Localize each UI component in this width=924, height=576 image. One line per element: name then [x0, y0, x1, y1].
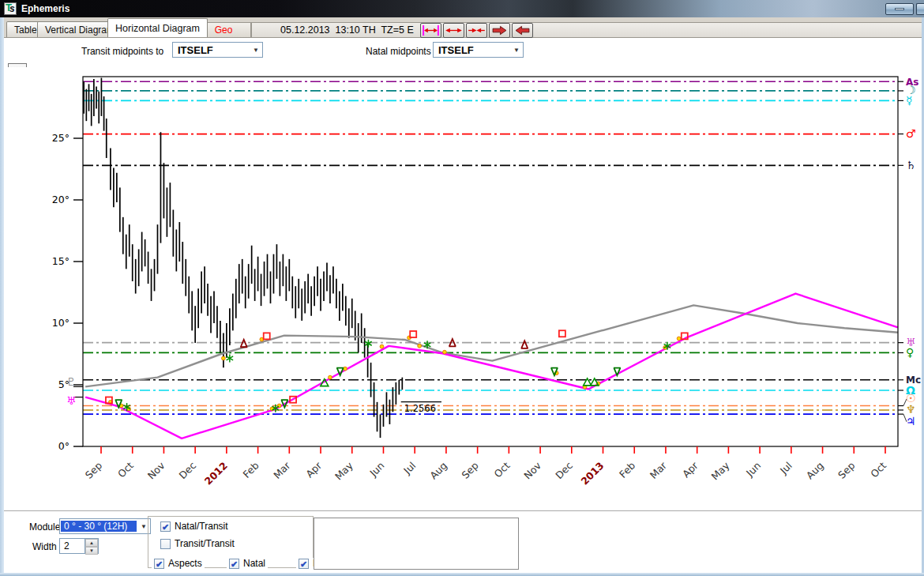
tab-label: Horizontal Diagram — [115, 23, 200, 34]
svg-text:Jun: Jun — [743, 460, 763, 480]
natal-saturn-glyph: ♄ — [906, 159, 916, 171]
natal-mercury-glyph: ☿ — [906, 94, 913, 107]
svg-text:Dec: Dec — [553, 459, 575, 481]
chevron-down-icon: ▼ — [250, 47, 262, 54]
back-arrow-icon — [513, 24, 531, 36]
transit-uranus-glyph: ♅ — [66, 394, 77, 407]
ephemeris-chart: As☽☿♂♄♅♀McΩ☉♆♃1.2566♇♅0°5°10°15°20°25°Se… — [0, 67, 924, 510]
svg-text:15°: 15° — [52, 255, 69, 267]
module-value: 0 ° - 30 ° (12H) — [61, 521, 137, 532]
module-label: Module — [29, 521, 60, 533]
svg-text:Oct: Oct — [492, 459, 513, 480]
svg-text:Nov: Nov — [521, 459, 543, 481]
svg-text:Sep: Sep — [83, 459, 104, 480]
stepper-buttons[interactable]: ▲ ▼ — [85, 539, 98, 553]
full-range-arrow-icon — [422, 24, 440, 36]
window-title: Ephemeris — [21, 3, 69, 14]
info-box — [314, 518, 519, 570]
svg-text:Dec: Dec — [177, 459, 199, 481]
shrink-range-arrow-icon — [468, 24, 486, 36]
svg-text:Feb: Feb — [617, 459, 637, 480]
svg-text:Jul: Jul — [777, 460, 794, 477]
checkbox-natal-transit[interactable]: ✔ Natal/Transit — [160, 521, 228, 532]
checkbox-box[interactable]: ✔ — [299, 559, 309, 569]
svg-text:Jul: Jul — [400, 460, 418, 477]
svg-text:Sep: Sep — [836, 459, 857, 480]
svg-text:Mar: Mar — [271, 459, 293, 481]
natal-midpoints-select[interactable]: ITSELF ▼ — [433, 42, 524, 58]
tab-strip: Table Vertical Diagram Horizontal Diagra… — [0, 17, 924, 38]
expand-range-arrow-icon — [445, 24, 463, 36]
svg-text:Oct: Oct — [115, 459, 136, 480]
checkbox-box[interactable]: ✔ — [154, 559, 164, 569]
natal-neptune-glyph: ♆ — [906, 403, 916, 416]
geo-label: Geo — [215, 24, 233, 36]
checkbox-label: Aspects — [168, 558, 202, 569]
svg-text:Apr: Apr — [303, 459, 325, 480]
transit-midpoints-value: ITSELF — [173, 44, 250, 56]
step-down-icon[interactable]: ▼ — [85, 547, 98, 555]
window-edge-button[interactable] — [916, 3, 924, 15]
checkbox-natal[interactable]: ✔ Natal — [227, 558, 268, 569]
price-bars — [84, 78, 402, 439]
svg-text:Feb: Feb — [240, 459, 261, 480]
chart-canvas: As☽☿♂♄♅♀McΩ☉♆♃1.2566♇♅0°5°10°15°20°25°Se… — [0, 67, 924, 510]
svg-text:2013: 2013 — [578, 460, 606, 488]
natal-midpoints-label: Natal midpoints to — [366, 46, 441, 57]
step-back-button[interactable] — [512, 23, 533, 38]
checkbox-box[interactable]: ✔ — [229, 559, 239, 569]
datetime-text: 05.12.2013 13:10 TH TZ=5 E — [280, 24, 414, 36]
width-value: 2 — [60, 539, 85, 553]
svg-text:Aug: Aug — [427, 460, 449, 482]
checkbox-box[interactable] — [160, 539, 171, 549]
midpoint-options-row: Transit midpoints to ITSELF ▼ Natal midp… — [0, 38, 924, 63]
natal-lines: As☽☿♂♄♅♀McΩ☉♆♃ — [83, 77, 921, 428]
app-icon: Ts — [4, 2, 17, 15]
svg-text:Nov: Nov — [145, 459, 167, 481]
window-left-border — [0, 17, 4, 576]
expand-range-button[interactable] — [443, 23, 464, 38]
tab-horizontal-diagram[interactable]: Horizontal Diagram — [107, 18, 208, 37]
svg-text:20°: 20° — [52, 194, 69, 205]
svg-text:5°: 5° — [58, 378, 69, 390]
svg-text:10°: 10° — [52, 317, 69, 329]
width-label: Width — [32, 541, 57, 552]
minimize-button[interactable] — [885, 3, 914, 15]
width-stepper[interactable]: 2 ▲ ▼ — [59, 538, 99, 554]
checkbox-aspects[interactable]: ✔ Aspects — [152, 558, 205, 569]
module-select[interactable]: 0 ° - 30 ° (12H) ▼ — [59, 518, 151, 534]
chevron-down-icon: ▼ — [510, 47, 523, 54]
checkbox-transit-transit[interactable]: Transit/Transit — [160, 538, 235, 549]
step-up-icon[interactable]: ▲ — [85, 539, 98, 547]
toolbar: 05.12.2013 13:10 TH TZ=5 E — [251, 22, 924, 37]
checkbox-box[interactable]: ✔ — [160, 521, 171, 532]
natal-jupiter-glyph: ♃ — [906, 415, 916, 427]
svg-text:Oct: Oct — [868, 459, 888, 480]
minimize-dash-icon — [895, 8, 904, 10]
svg-text:1.2566: 1.2566 — [404, 403, 436, 414]
natal-mars-glyph: ♂ — [906, 127, 916, 140]
checkbox-label: Transit/Transit — [175, 538, 235, 549]
svg-text:Sep: Sep — [459, 459, 480, 480]
window-bottom-border — [0, 573, 924, 576]
natal-midpoints-value: ITSELF — [434, 44, 510, 56]
transit-midpoints-select[interactable]: ITSELF ▼ — [172, 42, 263, 58]
svg-text:May: May — [709, 459, 732, 482]
forward-arrow-icon — [490, 24, 509, 36]
tab-label: Vertical Diagram — [45, 24, 115, 36]
svg-text:Mar: Mar — [648, 459, 670, 481]
svg-text:Jun: Jun — [366, 460, 386, 480]
last-price-label: 1.2566 — [401, 402, 441, 414]
svg-text:Apr: Apr — [680, 459, 701, 480]
natal-venus-glyph: ♀ — [906, 346, 914, 359]
shrink-range-button[interactable] — [466, 23, 487, 38]
x-axis: SepOctNovDec2012FebMarAprMayJunJulAugSep… — [83, 446, 888, 488]
svg-text:Aug: Aug — [804, 460, 826, 482]
svg-text:2012: 2012 — [202, 460, 230, 488]
checkbox-label: Natal — [243, 558, 265, 569]
svg-text:0°: 0° — [58, 440, 69, 452]
svg-text:25°: 25° — [52, 132, 69, 144]
transit-midpoints-label: Transit midpoints to — [81, 46, 163, 57]
step-forward-button[interactable] — [489, 23, 510, 38]
full-range-button[interactable] — [420, 23, 441, 38]
